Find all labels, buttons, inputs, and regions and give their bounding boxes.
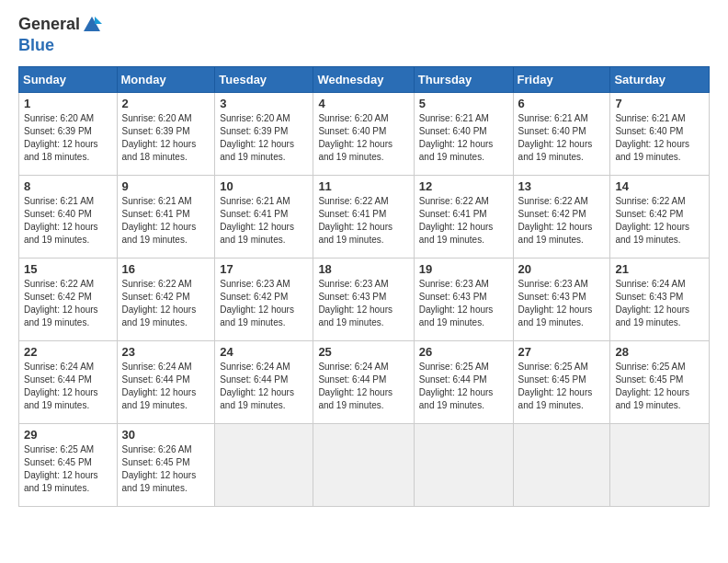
day-info: Sunrise: 6:22 AM Sunset: 6:42 PM Dayligh… xyxy=(24,278,112,329)
svg-marker-1 xyxy=(95,17,102,24)
day-number: 12 xyxy=(419,179,508,193)
calendar-cell: 29Sunrise: 6:25 AM Sunset: 6:45 PM Dayli… xyxy=(19,423,118,506)
day-info: Sunrise: 6:23 AM Sunset: 6:42 PM Dayligh… xyxy=(220,278,308,329)
calendar-cell: 3Sunrise: 6:20 AM Sunset: 6:39 PM Daylig… xyxy=(215,92,313,175)
day-number: 26 xyxy=(419,345,508,359)
day-number: 22 xyxy=(24,345,112,359)
calendar-cell: 27Sunrise: 6:25 AM Sunset: 6:45 PM Dayli… xyxy=(513,340,610,423)
day-number: 14 xyxy=(615,179,704,193)
day-info: Sunrise: 6:24 AM Sunset: 6:43 PM Dayligh… xyxy=(615,278,704,329)
day-number: 15 xyxy=(24,262,112,276)
weekday-header-friday: Friday xyxy=(513,66,610,92)
day-number: 10 xyxy=(220,179,308,193)
day-number: 13 xyxy=(518,179,606,193)
day-number: 2 xyxy=(122,97,210,110)
calendar-cell: 7Sunrise: 6:21 AM Sunset: 6:40 PM Daylig… xyxy=(610,92,710,175)
day-number: 3 xyxy=(220,97,308,110)
calendar-cell: 12Sunrise: 6:22 AM Sunset: 6:41 PM Dayli… xyxy=(414,175,513,258)
calendar-cell: 28Sunrise: 6:25 AM Sunset: 6:45 PM Dayli… xyxy=(610,340,710,423)
day-info: Sunrise: 6:23 AM Sunset: 6:43 PM Dayligh… xyxy=(419,278,508,329)
day-info: Sunrise: 6:20 AM Sunset: 6:39 PM Dayligh… xyxy=(24,112,112,164)
day-number: 1 xyxy=(24,97,112,110)
day-number: 21 xyxy=(615,262,704,276)
day-number: 27 xyxy=(518,345,606,359)
page-container: General Blue SundayMondayTuesdayWednesda… xyxy=(0,0,728,522)
week-row-1: 1Sunrise: 6:20 AM Sunset: 6:39 PM Daylig… xyxy=(19,92,710,175)
week-row-3: 15Sunrise: 6:22 AM Sunset: 6:42 PM Dayli… xyxy=(19,258,710,340)
calendar-cell: 30Sunrise: 6:26 AM Sunset: 6:45 PM Dayli… xyxy=(117,423,215,506)
day-info: Sunrise: 6:21 AM Sunset: 6:41 PM Dayligh… xyxy=(122,195,210,247)
day-info: Sunrise: 6:24 AM Sunset: 6:44 PM Dayligh… xyxy=(24,361,112,412)
day-info: Sunrise: 6:24 AM Sunset: 6:44 PM Dayligh… xyxy=(122,361,210,412)
day-number: 5 xyxy=(419,97,508,110)
day-number: 8 xyxy=(24,179,112,193)
calendar-cell: 26Sunrise: 6:25 AM Sunset: 6:44 PM Dayli… xyxy=(414,340,513,423)
day-number: 16 xyxy=(122,262,210,276)
week-row-5: 29Sunrise: 6:25 AM Sunset: 6:45 PM Dayli… xyxy=(19,423,710,506)
page-header: General Blue xyxy=(18,15,710,55)
weekday-header-monday: Monday xyxy=(117,66,215,92)
calendar-table: SundayMondayTuesdayWednesdayThursdayFrid… xyxy=(18,66,710,507)
day-number: 20 xyxy=(518,262,606,276)
day-number: 25 xyxy=(318,345,408,359)
calendar-cell xyxy=(414,423,513,506)
calendar-cell: 14Sunrise: 6:22 AM Sunset: 6:42 PM Dayli… xyxy=(610,175,710,258)
day-info: Sunrise: 6:22 AM Sunset: 6:42 PM Dayligh… xyxy=(615,195,704,247)
calendar-cell: 5Sunrise: 6:21 AM Sunset: 6:40 PM Daylig… xyxy=(414,92,513,175)
logo-general-text: General xyxy=(18,15,80,33)
calendar-cell xyxy=(610,423,710,506)
calendar-cell: 22Sunrise: 6:24 AM Sunset: 6:44 PM Dayli… xyxy=(19,340,118,423)
day-number: 23 xyxy=(122,345,210,359)
calendar-cell: 1Sunrise: 6:20 AM Sunset: 6:39 PM Daylig… xyxy=(19,92,118,175)
day-info: Sunrise: 6:21 AM Sunset: 6:40 PM Dayligh… xyxy=(419,112,508,164)
day-info: Sunrise: 6:21 AM Sunset: 6:40 PM Dayligh… xyxy=(24,195,112,247)
day-info: Sunrise: 6:26 AM Sunset: 6:45 PM Dayligh… xyxy=(122,443,210,495)
calendar-cell: 13Sunrise: 6:22 AM Sunset: 6:42 PM Dayli… xyxy=(513,175,610,258)
day-number: 28 xyxy=(615,345,704,359)
day-number: 11 xyxy=(318,179,408,193)
calendar-cell: 21Sunrise: 6:24 AM Sunset: 6:43 PM Dayli… xyxy=(610,258,710,340)
calendar-cell: 23Sunrise: 6:24 AM Sunset: 6:44 PM Dayli… xyxy=(117,340,215,423)
day-number: 29 xyxy=(24,428,112,442)
weekday-header-wednesday: Wednesday xyxy=(313,66,414,92)
weekday-header-tuesday: Tuesday xyxy=(215,66,313,92)
day-info: Sunrise: 6:22 AM Sunset: 6:41 PM Dayligh… xyxy=(419,195,508,247)
calendar-cell: 2Sunrise: 6:20 AM Sunset: 6:39 PM Daylig… xyxy=(117,92,215,175)
calendar-cell: 20Sunrise: 6:23 AM Sunset: 6:43 PM Dayli… xyxy=(513,258,610,340)
logo-blue-text: Blue xyxy=(18,36,54,54)
day-info: Sunrise: 6:20 AM Sunset: 6:40 PM Dayligh… xyxy=(318,112,408,164)
calendar-cell: 18Sunrise: 6:23 AM Sunset: 6:43 PM Dayli… xyxy=(313,258,414,340)
day-info: Sunrise: 6:21 AM Sunset: 6:40 PM Dayligh… xyxy=(615,112,704,164)
day-info: Sunrise: 6:24 AM Sunset: 6:44 PM Dayligh… xyxy=(220,361,308,412)
calendar-cell: 11Sunrise: 6:22 AM Sunset: 6:41 PM Dayli… xyxy=(313,175,414,258)
day-number: 30 xyxy=(122,428,210,442)
weekday-header-thursday: Thursday xyxy=(414,66,513,92)
day-info: Sunrise: 6:25 AM Sunset: 6:45 PM Dayligh… xyxy=(518,361,606,412)
day-info: Sunrise: 6:25 AM Sunset: 6:45 PM Dayligh… xyxy=(24,443,112,495)
calendar-cell: 24Sunrise: 6:24 AM Sunset: 6:44 PM Dayli… xyxy=(215,340,313,423)
day-info: Sunrise: 6:20 AM Sunset: 6:39 PM Dayligh… xyxy=(220,112,308,164)
calendar-cell xyxy=(313,423,414,506)
day-info: Sunrise: 6:23 AM Sunset: 6:43 PM Dayligh… xyxy=(518,278,606,329)
day-number: 24 xyxy=(220,345,308,359)
calendar-cell: 17Sunrise: 6:23 AM Sunset: 6:42 PM Dayli… xyxy=(215,258,313,340)
weekday-header-saturday: Saturday xyxy=(610,66,710,92)
day-number: 17 xyxy=(220,262,308,276)
day-number: 6 xyxy=(518,97,606,110)
calendar-cell: 4Sunrise: 6:20 AM Sunset: 6:40 PM Daylig… xyxy=(313,92,414,175)
week-row-2: 8Sunrise: 6:21 AM Sunset: 6:40 PM Daylig… xyxy=(19,175,710,258)
calendar-cell: 16Sunrise: 6:22 AM Sunset: 6:42 PM Dayli… xyxy=(117,258,215,340)
day-info: Sunrise: 6:22 AM Sunset: 6:42 PM Dayligh… xyxy=(122,278,210,329)
day-info: Sunrise: 6:25 AM Sunset: 6:45 PM Dayligh… xyxy=(615,361,704,412)
day-info: Sunrise: 6:20 AM Sunset: 6:39 PM Dayligh… xyxy=(122,112,210,164)
day-info: Sunrise: 6:22 AM Sunset: 6:42 PM Dayligh… xyxy=(518,195,606,247)
calendar-cell: 25Sunrise: 6:24 AM Sunset: 6:44 PM Dayli… xyxy=(313,340,414,423)
calendar-cell: 6Sunrise: 6:21 AM Sunset: 6:40 PM Daylig… xyxy=(513,92,610,175)
day-number: 7 xyxy=(615,97,704,110)
day-number: 9 xyxy=(122,179,210,193)
day-info: Sunrise: 6:22 AM Sunset: 6:41 PM Dayligh… xyxy=(318,195,408,247)
day-info: Sunrise: 6:21 AM Sunset: 6:41 PM Dayligh… xyxy=(220,195,308,247)
calendar-cell xyxy=(215,423,313,506)
day-number: 4 xyxy=(318,97,408,110)
day-info: Sunrise: 6:21 AM Sunset: 6:40 PM Dayligh… xyxy=(518,112,606,164)
